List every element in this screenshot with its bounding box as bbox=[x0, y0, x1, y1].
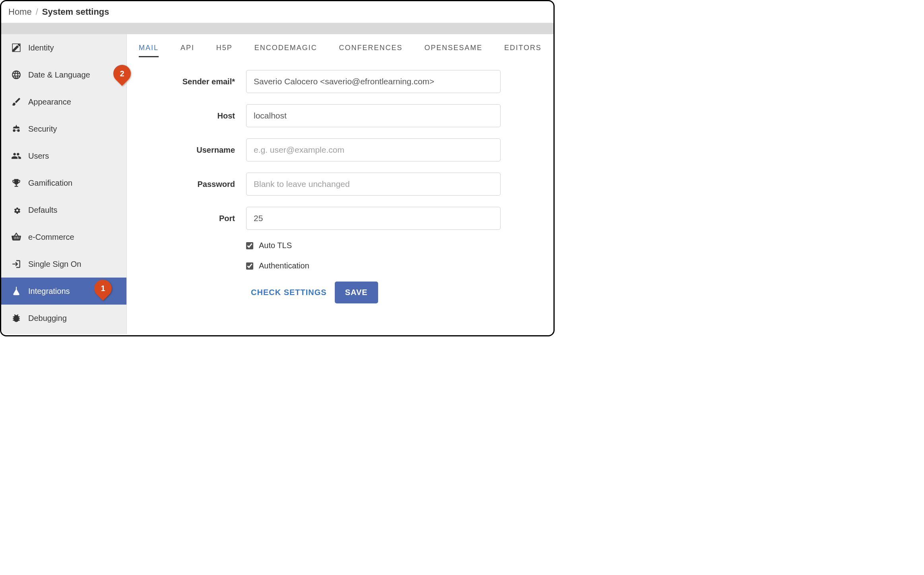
sidebar-item-sso[interactable]: Single Sign On bbox=[1, 251, 126, 278]
sidebar-item-label: Gamification bbox=[28, 179, 72, 188]
tab-h5p[interactable]: H5P bbox=[216, 44, 233, 57]
globe-icon bbox=[11, 69, 22, 80]
tab-editors[interactable]: EDITORS bbox=[504, 44, 542, 57]
sidebar-item-label: Defaults bbox=[28, 206, 57, 215]
divider-strip bbox=[1, 23, 553, 34]
sidebar-item-ecommerce[interactable]: e-Commerce bbox=[1, 223, 126, 251]
tab-conferences[interactable]: CONFERENCES bbox=[339, 44, 403, 57]
sidebar-item-label: Users bbox=[28, 152, 49, 161]
main-panel: MAIL API H5P ENCODEMAGIC CONFERENCES OPE… bbox=[127, 34, 553, 334]
password-label: Password bbox=[139, 180, 246, 189]
username-input[interactable] bbox=[246, 138, 501, 161]
sidebar-item-label: Integrations bbox=[28, 287, 70, 296]
save-button[interactable]: SAVE bbox=[335, 282, 378, 303]
sidebar-item-identity[interactable]: Identity bbox=[1, 34, 126, 61]
mail-form: Sender email* Host Username Password Por… bbox=[139, 70, 542, 303]
sidebar-item-label: Debugging bbox=[28, 314, 67, 323]
tab-opensesame[interactable]: OPENSESAME bbox=[424, 44, 482, 57]
sidebar-item-label: Security bbox=[28, 124, 57, 134]
breadcrumb: Home / System settings bbox=[1, 1, 553, 23]
sidebar-item-label: Appearance bbox=[28, 97, 71, 107]
password-input[interactable] bbox=[246, 173, 501, 196]
authentication-text: Authentication bbox=[259, 261, 309, 270]
signin-icon bbox=[11, 258, 22, 270]
sidebar-item-debugging[interactable]: Debugging bbox=[1, 305, 126, 332]
port-input[interactable] bbox=[246, 207, 501, 230]
port-label: Port bbox=[139, 214, 246, 223]
sidebar-item-date-language[interactable]: Date & Language bbox=[1, 61, 126, 88]
authentication-checkbox[interactable] bbox=[246, 262, 253, 270]
sender-email-input[interactable] bbox=[246, 70, 501, 93]
sender-email-label: Sender email* bbox=[139, 77, 246, 86]
auto-tls-checkbox-label[interactable]: Auto TLS bbox=[246, 241, 292, 250]
tab-encodemagic[interactable]: ENCODEMAGIC bbox=[254, 44, 317, 57]
gears-icon bbox=[11, 204, 22, 216]
spy-icon bbox=[11, 123, 22, 134]
brush-icon bbox=[11, 96, 22, 107]
username-label: Username bbox=[139, 146, 246, 155]
sidebar-item-label: e-Commerce bbox=[28, 233, 74, 242]
auto-tls-checkbox[interactable] bbox=[246, 242, 253, 249]
flask-icon bbox=[11, 286, 22, 297]
edit-icon bbox=[11, 42, 22, 53]
sidebar-item-label: Single Sign On bbox=[28, 260, 81, 269]
tabs: MAIL API H5P ENCODEMAGIC CONFERENCES OPE… bbox=[139, 34, 542, 60]
basket-icon bbox=[11, 231, 22, 243]
breadcrumb-home[interactable]: Home bbox=[8, 7, 32, 17]
tab-api[interactable]: API bbox=[181, 44, 194, 57]
tab-mail[interactable]: MAIL bbox=[139, 44, 159, 57]
breadcrumb-current: System settings bbox=[42, 7, 109, 17]
authentication-checkbox-label[interactable]: Authentication bbox=[246, 261, 309, 270]
breadcrumb-separator: / bbox=[36, 7, 38, 17]
sidebar-item-label: Date & Language bbox=[28, 70, 90, 80]
host-input[interactable] bbox=[246, 104, 501, 127]
sidebar-item-users[interactable]: Users bbox=[1, 142, 126, 169]
check-settings-button[interactable]: CHECK SETTINGS bbox=[251, 288, 327, 297]
sidebar-item-gamification[interactable]: Gamification bbox=[1, 169, 126, 196]
bug-icon bbox=[11, 313, 22, 324]
sidebar-item-security[interactable]: Security bbox=[1, 115, 126, 142]
users-icon bbox=[11, 150, 22, 161]
sidebar-item-label: Identity bbox=[28, 43, 54, 52]
trophy-icon bbox=[11, 177, 22, 188]
sidebar-item-defaults[interactable]: Defaults bbox=[1, 196, 126, 223]
sidebar-item-appearance[interactable]: Appearance bbox=[1, 88, 126, 115]
auto-tls-text: Auto TLS bbox=[259, 241, 292, 250]
host-label: Host bbox=[139, 111, 246, 120]
